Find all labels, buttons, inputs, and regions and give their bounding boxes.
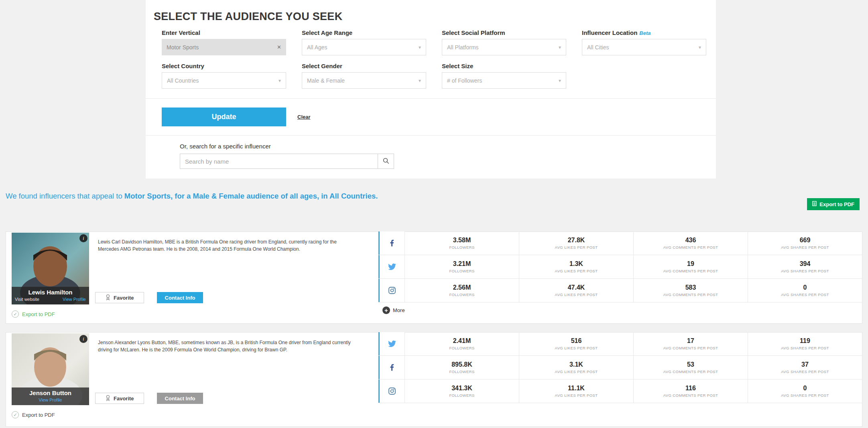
field-gender: Select Gender Male & Female ▾ xyxy=(302,63,426,89)
size-label: Select Size xyxy=(442,63,566,69)
view-profile-link[interactable]: View Profile xyxy=(39,398,62,402)
results-message-prefix: We found influencers that appeal to xyxy=(6,192,124,200)
facebook-icon xyxy=(378,356,405,379)
stat-value: 0 xyxy=(803,385,807,392)
favorite-button[interactable]: Favorite xyxy=(95,292,144,303)
gender-select[interactable]: Male & Female ▾ xyxy=(302,72,426,89)
twitter-icon xyxy=(378,255,405,278)
card-export-to-pdf[interactable]: ✓ Export to PDF xyxy=(12,411,55,418)
field-size: Select Size # of Followers ▾ xyxy=(442,63,566,89)
chevron-down-icon: ▾ xyxy=(278,78,281,83)
card-export-to-pdf[interactable]: ✓ Export to PDF xyxy=(12,310,55,318)
stat-comments: 116 AVG COMMENTS PER POST xyxy=(633,379,748,403)
stat-label: AVG LIKES PER POST xyxy=(555,269,598,273)
stat-label: AVG SHARES PER POST xyxy=(781,269,829,273)
stat-value: 516 xyxy=(571,337,582,345)
favorite-button[interactable]: Favorite xyxy=(95,393,144,404)
check-circle-icon: ✓ xyxy=(12,411,19,418)
stats-row-facebook: 895.8K FOLLOWERS 3.1K AVG LIKES PER POST… xyxy=(378,356,862,379)
stat-likes: 11.1K AVG LIKES PER POST xyxy=(519,379,633,403)
stat-label: FOLLOWERS xyxy=(449,245,474,249)
stats-row-instagram: 341.3K FOLLOWERS 11.1K AVG LIKES PER POS… xyxy=(378,379,862,403)
size-value: # of Followers xyxy=(447,77,559,84)
contact-info-button[interactable]: Contact Info xyxy=(157,292,203,303)
stat-label: AVG LIKES PER POST xyxy=(555,292,598,297)
stat-followers: 3.58M FOLLOWERS xyxy=(405,231,519,255)
export-to-pdf-button[interactable]: Export to PDF xyxy=(807,198,860,210)
influencer-card: i Jenson Button View Profile Jenson Alex… xyxy=(6,332,862,427)
stat-value: 17 xyxy=(687,337,694,345)
stat-shares: 0 AVG SHARES PER POST xyxy=(748,279,862,302)
stat-value: 436 xyxy=(685,237,696,244)
view-profile-link[interactable]: View Profile xyxy=(63,297,86,302)
more-button[interactable]: + More xyxy=(382,306,405,314)
stats-table: 3.58M FOLLOWERS 27.8K AVG LIKES PER POST… xyxy=(378,231,862,302)
favorite-label: Favorite xyxy=(114,295,134,301)
facebook-icon xyxy=(378,231,405,255)
stat-likes: 3.1K AVG LIKES PER POST xyxy=(519,356,633,379)
stats-row-twitter: 2.41M FOLLOWERS 516 AVG LIKES PER POST 1… xyxy=(378,332,862,356)
country-value: All Countries xyxy=(167,77,278,84)
field-vertical: Enter Vertical Motor Sports ✕ xyxy=(162,29,286,55)
vertical-input[interactable]: Motor Sports ✕ xyxy=(162,39,286,55)
stat-label: AVG SHARES PER POST xyxy=(781,369,829,374)
twitter-icon xyxy=(378,332,405,355)
stat-label: AVG SHARES PER POST xyxy=(781,292,829,297)
chevron-down-icon: ▾ xyxy=(559,78,561,83)
stat-value: 394 xyxy=(800,260,811,268)
influencer-location-label: Influencer Location xyxy=(582,29,637,36)
stat-value: 19 xyxy=(687,260,694,268)
stat-value: 341.3K xyxy=(451,385,472,392)
update-row: Update Clear xyxy=(146,98,716,135)
remove-vertical-icon[interactable]: ✕ xyxy=(277,44,281,50)
beta-badge: Beta xyxy=(639,30,650,36)
stat-label: AVG LIKES PER POST xyxy=(555,369,598,374)
info-icon[interactable]: i xyxy=(79,234,87,242)
influencer-location-select[interactable]: All Cities ▾ xyxy=(582,39,706,55)
stat-followers: 341.3K FOLLOWERS xyxy=(405,379,519,403)
age-range-select[interactable]: All Ages ▾ xyxy=(302,39,426,55)
update-button[interactable]: Update xyxy=(162,108,286,126)
field-country: Select Country All Countries ▾ xyxy=(162,63,286,89)
stat-label: FOLLOWERS xyxy=(449,269,474,273)
country-label: Select Country xyxy=(162,63,286,69)
stat-label: AVG COMMENTS PER POST xyxy=(663,292,718,297)
country-select[interactable]: All Countries ▾ xyxy=(162,72,286,89)
size-select[interactable]: # of Followers ▾ xyxy=(442,72,566,89)
results-message: We found influencers that appeal to Moto… xyxy=(6,192,378,201)
stat-label: AVG COMMENTS PER POST xyxy=(663,269,718,273)
results-message-criteria: Motor Sports, for a Male & Female audien… xyxy=(124,192,378,200)
influencer-photo: i Jenson Button View Profile xyxy=(12,333,89,405)
stat-value: 116 xyxy=(685,385,696,392)
stats-table: 2.41M FOLLOWERS 516 AVG LIKES PER POST 1… xyxy=(378,332,862,403)
chevron-down-icon: ▾ xyxy=(559,45,561,50)
stat-value: 11.1K xyxy=(568,385,585,392)
influencer-photo: i Lewis Hamilton Visit website View Prof… xyxy=(12,233,89,304)
more-label: More xyxy=(393,307,405,313)
stat-label: AVG SHARES PER POST xyxy=(781,393,829,398)
stat-value: 3.58M xyxy=(453,237,471,244)
stat-value: 3.21M xyxy=(453,260,471,268)
clear-link[interactable]: Clear xyxy=(297,114,311,120)
search-button[interactable] xyxy=(378,154,394,169)
chevron-down-icon: ▾ xyxy=(419,45,421,50)
stat-shares: 394 AVG SHARES PER POST xyxy=(748,255,862,278)
age-range-label: Select Age Range xyxy=(302,29,426,36)
influencer-bio: Lewis Carl Davidson Hamilton, MBE is a B… xyxy=(98,238,359,253)
stats-row-instagram: 2.56M FOLLOWERS 47.4K AVG LIKES PER POST… xyxy=(378,279,862,302)
social-platform-select[interactable]: All Platforms ▾ xyxy=(442,39,566,55)
instagram-icon xyxy=(378,279,405,302)
page-title: SELECT THE AUDIENCE YOU SEEK xyxy=(146,0,716,29)
stat-comments: 53 AVG COMMENTS PER POST xyxy=(633,356,748,379)
stat-value: 37 xyxy=(801,361,809,368)
contact-info-button[interactable]: Contact Info xyxy=(157,393,203,404)
stat-value: 2.56M xyxy=(453,284,471,291)
stat-label: AVG COMMENTS PER POST xyxy=(663,393,718,398)
stat-comments: 19 AVG COMMENTS PER POST xyxy=(633,255,748,278)
visit-website-link[interactable]: Visit website xyxy=(15,297,39,302)
stat-value: 53 xyxy=(687,361,694,368)
field-age-range: Select Age Range All Ages ▾ xyxy=(302,29,426,55)
info-icon[interactable]: i xyxy=(79,335,87,343)
search-input[interactable] xyxy=(180,154,378,169)
stat-shares: 669 AVG SHARES PER POST xyxy=(748,231,862,255)
